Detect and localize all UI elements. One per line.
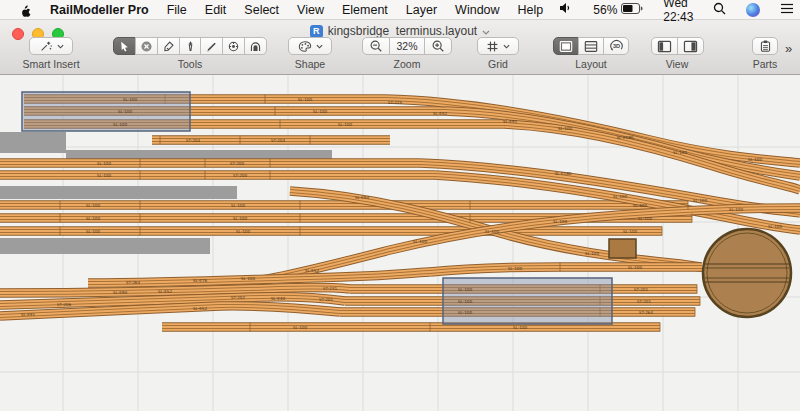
layout-canvas[interactable]: SL-100SL-100SL-100SL-100SL-100SL-100ST-2… [0,75,800,411]
eyedropper-icon [184,40,197,53]
notification-center-menu-extra[interactable] [773,3,800,17]
menu-item-layer[interactable]: Layer [397,3,446,17]
zoom-level-button[interactable]: 32% [389,37,425,55]
track-label: SL-100 [729,207,744,212]
menu-status-cluster: 56% Wed 22:43 [552,0,800,24]
track-label: ST-206 [57,302,72,307]
zoom-out-icon [369,39,383,53]
apple-menu[interactable] [10,3,41,17]
grid-button[interactable] [477,37,519,55]
engine-shed[interactable] [609,239,636,258]
track-label: SL-100 [113,122,128,127]
track-label: SL-100 [585,251,600,256]
delete-tool-button[interactable] [135,37,158,55]
flex-track-icon [227,40,240,53]
track-label: SL-100 [86,203,101,208]
smart-insert-button[interactable] [29,37,73,55]
parts-button[interactable] [752,37,778,55]
menu-item-window[interactable]: Window [446,3,508,17]
zoom-in-icon [431,39,445,53]
notification-list-icon [780,3,794,17]
toolbar-group-shape: Shape [288,37,332,70]
track-label: ST-201 [634,287,649,292]
chevron-down-icon [57,44,64,49]
menu-item-edit[interactable]: Edit [196,3,236,17]
group-label: Zoom [361,58,453,70]
track-label: SL-E76 [193,278,208,283]
layout-main-icon [559,40,573,53]
tunnel-icon [249,40,262,53]
track-label: SL-100 [413,239,428,244]
battery-percent: 56% [593,3,617,17]
track-label: SL-100 [768,224,783,229]
track-label: SL-E52 [305,268,320,273]
siri-icon [746,3,760,17]
menu-clock[interactable]: Wed 22:43 [656,0,700,24]
paint-tool-button[interactable] [157,37,180,55]
siri-menu-extra[interactable] [739,3,767,17]
flex-track-tool-button[interactable] [222,37,245,55]
grid-icon [486,40,499,53]
layout-rows-button[interactable] [578,37,604,55]
title-chevron-down-icon[interactable] [482,24,490,38]
tunnel-tool-button[interactable] [244,37,267,55]
group-label: Grid [477,58,519,70]
platform[interactable] [0,132,66,153]
spotlight-menu-extra[interactable] [706,2,733,18]
toggle-right-sidebar-button[interactable] [677,37,704,55]
track-plan-svg[interactable]: SL-100SL-100SL-100SL-100SL-100SL-100ST-2… [0,75,800,411]
toolbar-overflow-chevron[interactable]: » [785,41,792,56]
toolbar-group-view: View [650,37,704,70]
layout-3d-button[interactable]: 3D [603,37,629,55]
turntable[interactable] [703,229,791,317]
platform[interactable] [0,186,237,199]
track-label: SL-100 [123,97,138,102]
toolbar-group-parts: Parts [752,37,778,70]
track-label: SL-100 [638,216,653,221]
eyedropper-tool-button[interactable] [179,37,202,55]
shape-button[interactable] [288,37,332,55]
zoom-in-button[interactable] [424,37,452,55]
track-label: SL-100 [233,216,248,221]
track-label: ST-200 [233,173,248,178]
toggle-left-sidebar-button[interactable] [651,37,678,55]
palette-icon [298,40,312,53]
track-label: SL-100 [748,157,763,162]
layout-main-button[interactable] [553,37,579,55]
menu-item-file[interactable]: File [158,3,196,17]
sidebar-left-icon [657,40,672,53]
menu-item-view[interactable]: View [288,3,333,17]
track-label: SL-100 [236,229,251,234]
track-label: SL-100 [633,203,648,208]
zoom-level-value: 32% [391,40,424,52]
selection-rectangle[interactable] [22,92,190,131]
select-tool-button[interactable] [113,37,136,55]
document-icon: R [310,25,323,38]
track-label: SL-E180 [616,135,633,140]
track-label: ST-202 [231,295,246,300]
track-label: SL-E52 [193,306,208,311]
track-label: SL-E90 [113,290,128,295]
track-label: ST-264 [639,310,654,315]
zoom-out-button[interactable] [362,37,390,55]
track-label: ST-225 [388,100,403,105]
menu-items: RailModeller ProFileEditSelectViewElemen… [41,0,552,20]
volume-menu-extra[interactable] [552,2,580,17]
battery-menu-extra[interactable]: 56% [586,3,650,17]
window-title-text: kingsbridge_terminus.layout [328,24,477,38]
draw-tool-button[interactable] [200,37,223,55]
track-label: SL-100 [97,161,112,166]
platform[interactable] [0,238,210,254]
track-label: SL-100 [513,325,528,330]
menu-item-help[interactable]: Help [509,3,553,17]
track-label: SL-100 [553,219,568,224]
track-label: SL-100 [86,216,101,221]
track-label: ST-231 [323,286,338,291]
window-title: R kingsbridge_terminus.layout [0,24,800,38]
menu-item-element[interactable]: Element [333,3,397,17]
track-label: SL-E40 [271,296,286,301]
menu-item-select[interactable]: Select [235,3,288,17]
paintbrush-icon [162,40,175,53]
menu-item-railmodeller-pro[interactable]: RailModeller Pro [41,3,158,17]
chevron-down-icon [316,44,323,49]
